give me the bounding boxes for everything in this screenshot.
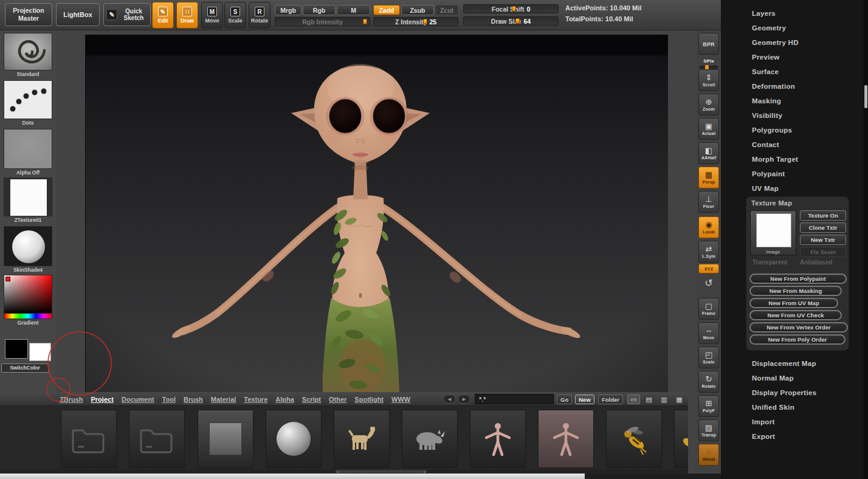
fix-seam-button[interactable]: Fix Seam	[800, 247, 846, 257]
shelf-button-zoom[interactable]: ⊕ Zoom	[698, 94, 719, 115]
new-from-vertex-order-button[interactable]: New From Vertex Order	[749, 322, 848, 333]
shelf-button-aahalf[interactable]: ◧ AAHalf	[698, 142, 719, 164]
mrgb-button[interactable]: Mrgb	[275, 5, 301, 15]
thumbnail-project-figure[interactable]	[470, 410, 526, 468]
texture-map-title[interactable]: Texture Map	[751, 199, 792, 207]
thumbnail-project-insect[interactable]	[606, 410, 662, 468]
thumbnail-folder-2[interactable]	[129, 410, 185, 468]
thumbnail-project-figure-selected[interactable]	[538, 410, 594, 468]
shelf-button-xyz[interactable]: XYZ	[698, 264, 719, 274]
draw-size-slider[interactable]: Draw Size 64	[463, 16, 559, 26]
material-selector[interactable]: SkinShade4	[4, 226, 52, 273]
tool-menu-import[interactable]: Import	[752, 415, 868, 429]
tool-menu-visibility[interactable]: Visibility	[752, 108, 868, 123]
shelf-button-floor[interactable]: ⊥ Floor	[698, 191, 719, 213]
shelf-button-scale[interactable]: ◰ Scale	[698, 346, 719, 368]
new-from-masking-button[interactable]: New From Masking	[749, 286, 842, 296]
tool-menu-display-properties[interactable]: Display Properties	[752, 385, 868, 400]
single-row-view-icon[interactable]: ▭	[627, 395, 640, 404]
thumbnail-project-rhino[interactable]	[402, 410, 458, 468]
tab-material[interactable]: Material	[211, 396, 236, 403]
tab-tool[interactable]: Tool	[162, 396, 176, 403]
color-picker[interactable]: Gradient	[4, 275, 52, 326]
tool-menu-normal-map[interactable]: Normal Map	[752, 371, 868, 385]
two-row-view-icon[interactable]: ▤	[642, 395, 655, 404]
tab-spotlight[interactable]: Spotlight	[354, 396, 384, 403]
switch-color-button[interactable]: SwitchColor	[1, 364, 49, 373]
tool-menu-unified-skin[interactable]: Unified Skin	[752, 400, 868, 415]
tab-other[interactable]: Other	[329, 396, 346, 403]
lightbox-search-input[interactable]	[475, 394, 554, 404]
thumbnail-project-blank[interactable]	[198, 410, 253, 468]
new-from-uv-check-button[interactable]: New From UV Check	[749, 310, 842, 320]
draw-button[interactable]: ∷ Draw	[176, 2, 198, 29]
texture-on-button[interactable]: Texture On	[800, 210, 846, 221]
texture-image-slot[interactable]: Image	[750, 210, 796, 255]
three-row-view-icon[interactable]: ▥	[658, 395, 670, 404]
tool-menu-preview[interactable]: Preview	[752, 50, 868, 64]
antialiased-toggle[interactable]: Antialiased	[800, 259, 832, 266]
scale-button[interactable]: S Scale	[224, 2, 246, 29]
tab-alpha[interactable]: Alpha	[275, 396, 294, 403]
lightbox-prev-button[interactable]: ◀	[443, 395, 456, 404]
shelf-button-bpr[interactable]: BPR	[698, 33, 719, 55]
tool-menu-geometry-hd[interactable]: Geometry HD	[752, 35, 868, 50]
thumbnail-folder-1[interactable]	[61, 410, 117, 468]
hue-bar[interactable]	[4, 314, 52, 319]
new-from-polypaint-button[interactable]: New From Polypaint	[749, 274, 847, 284]
new-from-uv-map-button[interactable]: New From UV Map	[749, 298, 838, 308]
new-button[interactable]: New	[575, 395, 594, 404]
z-intensity-slider[interactable]: Z Intensity 25	[373, 17, 458, 26]
tool-menu-deformation[interactable]: Deformation	[752, 79, 868, 94]
shelf-button-frame[interactable]: ▢ Frame	[698, 298, 719, 320]
stroke-selector[interactable]: Dots	[4, 80, 52, 126]
shelf-button-local[interactable]: ◉ Local	[698, 216, 719, 238]
scrollbar-thumb[interactable]: ◂ ▸	[336, 470, 427, 473]
move-button[interactable]: M Move	[201, 2, 223, 29]
new-from-poly-order-button[interactable]: New From Poly Order	[749, 334, 846, 345]
projection-master-button[interactable]: Projection Master	[5, 3, 52, 26]
lightbox-next-button[interactable]: ▶	[458, 395, 470, 404]
tool-menu-layers[interactable]: Layers	[752, 6, 868, 21]
shelf-button-persp[interactable]: ▦ Persp	[698, 167, 719, 188]
shelf-button-polyframe[interactable]: ⊞ PolyF	[698, 395, 719, 417]
zcut-button[interactable]: Zcut	[435, 5, 458, 15]
spix-slider[interactable]	[700, 66, 718, 69]
tool-menu-export[interactable]: Export	[752, 429, 868, 444]
lightbox-button[interactable]: LightBox	[56, 3, 100, 26]
tool-menu-uv-map[interactable]: UV Map	[752, 181, 868, 196]
quick-sketch-button[interactable]: ✎ Quick Sketch	[103, 3, 151, 26]
rotate-canvas-icon[interactable]: ↺	[698, 277, 719, 289]
texture-selector[interactable]: ZTexture01	[4, 177, 52, 223]
grid-view-icon[interactable]: ▦	[673, 395, 686, 404]
tool-menu-surface[interactable]: Surface	[752, 64, 868, 79]
tool-menu-polypaint[interactable]: Polypaint	[752, 167, 868, 181]
m-button[interactable]: M	[337, 5, 370, 15]
go-button[interactable]: Go	[557, 395, 572, 404]
rotate-button[interactable]: R Rotate	[249, 2, 270, 29]
zsub-button[interactable]: Zsub	[401, 5, 434, 15]
thumbnail-project-dog[interactable]	[334, 410, 390, 468]
tab-brush[interactable]: Brush	[184, 396, 203, 403]
shelf-button-lsym[interactable]: ⇄ L.Sym	[698, 241, 719, 263]
tool-menu-masking[interactable]: Masking	[752, 94, 868, 108]
lightbox-scrollbar[interactable]: ◂ ▸	[0, 469, 688, 474]
zadd-button[interactable]: Zadd	[373, 5, 400, 15]
clone-txtr-button[interactable]: Clone Txtr	[800, 222, 846, 233]
tool-menu-displacement-map[interactable]: Displacement Map	[752, 356, 868, 371]
rgb-button[interactable]: Rgb	[303, 5, 336, 15]
shelf-button-transp[interactable]: ▨ Transp	[698, 419, 719, 441]
focal-shift-slider[interactable]: Focal Shift 0	[463, 4, 559, 13]
tab-zbrush[interactable]: ZBrush	[60, 396, 83, 403]
tool-menu-contact[interactable]: Contact	[752, 137, 868, 152]
transparent-toggle[interactable]: Transparent	[753, 259, 787, 266]
document-canvas[interactable]	[85, 35, 667, 392]
shelf-button-ghost[interactable]: ◌ Ghost	[698, 444, 719, 466]
tab-script[interactable]: Script	[302, 396, 321, 403]
tab-project[interactable]: Project	[91, 396, 114, 403]
tab-document[interactable]: Document	[122, 396, 154, 403]
tab-www[interactable]: WWW	[391, 396, 410, 403]
new-txtr-button[interactable]: New Txtr	[800, 235, 846, 245]
rgb-intensity-slider[interactable]: Rgb Intensity	[275, 17, 370, 26]
thumbnail-project-clipped[interactable]	[674, 410, 688, 468]
